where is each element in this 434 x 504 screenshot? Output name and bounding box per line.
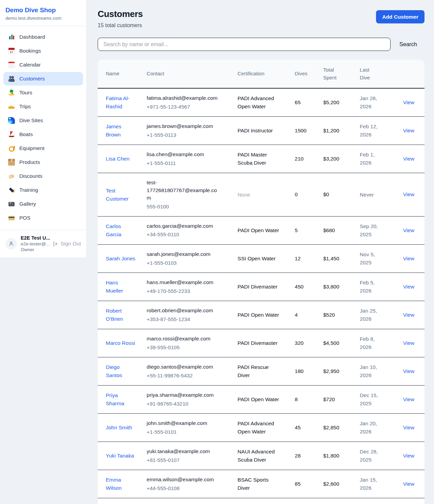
search-input[interactable] xyxy=(98,38,391,51)
view-link[interactable]: View xyxy=(403,368,414,374)
customer-dives: 65 xyxy=(295,88,323,117)
customer-name-link[interactable]: Diego Santos xyxy=(106,363,136,379)
sidebar-item-trips[interactable]: Trips xyxy=(3,100,83,113)
customer-last-dive: Feb 5, 2026 xyxy=(360,279,379,295)
view-link[interactable]: View xyxy=(403,340,414,346)
sidebar-item-calendar[interactable]: Calendar xyxy=(3,58,83,72)
sidebar-item-bookings[interactable]: Bookings xyxy=(3,44,83,58)
trips-icon xyxy=(8,103,15,110)
customer-total-spent: $1,800 xyxy=(323,442,360,470)
customer-name-link[interactable]: Hans Mueller xyxy=(106,279,136,295)
sidebar-header: Demo Dive Shop demo.test.divestreams.com xyxy=(0,0,86,26)
customer-email: hans.mueller@example.com xyxy=(147,279,221,286)
sidebar-item-label: Equipment xyxy=(19,145,44,151)
view-link[interactable]: View xyxy=(403,453,414,459)
customer-name-link[interactable]: Lisa Chen xyxy=(106,155,130,163)
table-header-row: NameContactCertificationDivesTotal Spent… xyxy=(98,60,425,88)
table-row: John Smithjohn.smith@example.com+1-555-0… xyxy=(98,414,425,442)
customer-name-link[interactable]: Sarah Jones xyxy=(106,255,135,263)
bookings-icon xyxy=(8,48,15,54)
customer-total-spent: $1,200 xyxy=(323,117,360,145)
customer-last-dive: Jan 28, 2026 xyxy=(360,94,379,111)
table-body: Fatima Al-Rashidfatima.alrashid@example.… xyxy=(98,88,425,504)
sidebar-item-discounts[interactable]: Discounts xyxy=(3,169,83,183)
sidebar-item-label: Dive Sites xyxy=(19,117,43,124)
view-link[interactable]: View xyxy=(403,99,414,105)
sidebar-item-label: Dashboard xyxy=(19,34,45,40)
sidebar-item-tours[interactable]: Tours xyxy=(3,86,83,99)
sidebar-item-customers[interactable]: Customers xyxy=(3,72,83,86)
dive-sites-icon xyxy=(8,117,15,124)
customer-email: james.brown@example.com xyxy=(147,123,221,130)
customer-name-link[interactable]: Carlos Garcia xyxy=(106,222,136,239)
sign-out-button[interactable]: Sign Out xyxy=(53,241,81,247)
view-link[interactable]: View xyxy=(403,128,414,133)
customers-icon xyxy=(8,75,15,82)
training-icon xyxy=(8,187,15,193)
view-link[interactable]: View xyxy=(403,396,414,402)
view-link[interactable]: View xyxy=(403,284,414,290)
table-row: Test Customertest-1772681807767@example.… xyxy=(98,173,425,217)
sidebar-item-products[interactable]: Products xyxy=(3,155,83,169)
customer-name-link[interactable]: Yuki Tanaka xyxy=(106,452,134,460)
customer-dives: 85 xyxy=(295,470,323,498)
customer-total-spent: $0 xyxy=(323,173,360,217)
sidebar-item-label: Boats xyxy=(19,131,33,137)
customer-dives: 45 xyxy=(295,414,323,442)
view-link[interactable]: View xyxy=(403,481,414,487)
page-title: Customers xyxy=(98,9,143,19)
sidebar-item-dashboard[interactable]: Dashboard xyxy=(3,30,83,44)
search-bar: Search xyxy=(98,38,425,51)
customer-email: sarah.jones@example.com xyxy=(147,250,221,258)
page-header-text: Customers 15 total customers xyxy=(98,9,143,29)
sidebar-item-pos[interactable]: POS xyxy=(3,211,83,225)
customer-phone: +34-555-0110 xyxy=(147,231,231,238)
customer-name-link[interactable]: Fatima Al-Rashid xyxy=(106,94,136,111)
customer-name-link[interactable]: Priya Sharma xyxy=(106,391,136,408)
view-link[interactable]: View xyxy=(403,425,414,430)
customer-phone: +1-555-0111 xyxy=(147,160,231,167)
sidebar-item-equipment[interactable]: Equipment xyxy=(3,142,83,155)
customer-dives: 180 xyxy=(295,357,323,386)
user-email: e2e-tester@... xyxy=(21,241,49,246)
customer-total-spent: $720 xyxy=(323,386,360,414)
sign-out-icon xyxy=(53,241,58,247)
sidebar-item-gallery[interactable]: Gallery xyxy=(3,197,83,211)
customer-phone: +91-98765-43210 xyxy=(147,400,231,408)
customer-total-spent: $2,100 xyxy=(323,498,360,504)
user-meta: E2E Test U... e2e-tester@... Owner xyxy=(21,235,49,252)
search-button[interactable]: Search xyxy=(399,41,417,48)
customer-email: diego.santos@example.com xyxy=(147,363,221,371)
customer-name-link[interactable]: Emma Wilson xyxy=(106,476,136,492)
gallery-icon xyxy=(8,201,15,207)
sidebar-item-label: Products xyxy=(19,159,40,165)
customer-certification: PADI Advanced Open Water xyxy=(238,94,281,111)
calendar-icon xyxy=(8,61,15,68)
customer-name-link[interactable]: Test Customer xyxy=(106,187,136,203)
sidebar-item-training[interactable]: Training xyxy=(3,183,83,197)
customer-certification: NAUI Advanced Scuba Diver xyxy=(238,448,281,464)
customer-phone: +971-55-123-4567 xyxy=(147,103,231,111)
customer-name-link[interactable]: Marco Rossi xyxy=(106,339,135,347)
view-link[interactable]: View xyxy=(403,191,414,197)
sidebar-item-label: Training xyxy=(19,187,38,193)
user-name: E2E Test U... xyxy=(21,235,49,241)
view-link[interactable]: View xyxy=(403,312,414,318)
customer-certification: BSAC Sports Diver xyxy=(238,476,281,492)
column-header-dives: Dives xyxy=(295,60,323,88)
view-link[interactable]: View xyxy=(403,227,414,233)
view-link[interactable]: View xyxy=(403,256,414,261)
customer-name-link[interactable]: James Brown xyxy=(106,123,136,139)
customer-name-link[interactable]: Robert O'Brien xyxy=(106,307,136,323)
customer-last-dive: Jan 25, 2026 xyxy=(360,307,379,323)
add-customer-button[interactable]: Add Customer xyxy=(376,10,425,23)
user-role: Owner xyxy=(21,247,49,252)
customer-phone: +1-555-0101 xyxy=(147,428,231,436)
sidebar-item-dive-sites[interactable]: Dive Sites xyxy=(3,114,83,127)
customer-name-link[interactable]: John Smith xyxy=(106,424,132,432)
products-icon xyxy=(8,159,15,166)
customer-total-spent: $1,450 xyxy=(323,245,360,273)
sidebar-item-boats[interactable]: Boats xyxy=(3,128,83,141)
view-link[interactable]: View xyxy=(403,156,414,162)
customer-last-dive: Jan 20, 2026 xyxy=(360,419,379,436)
